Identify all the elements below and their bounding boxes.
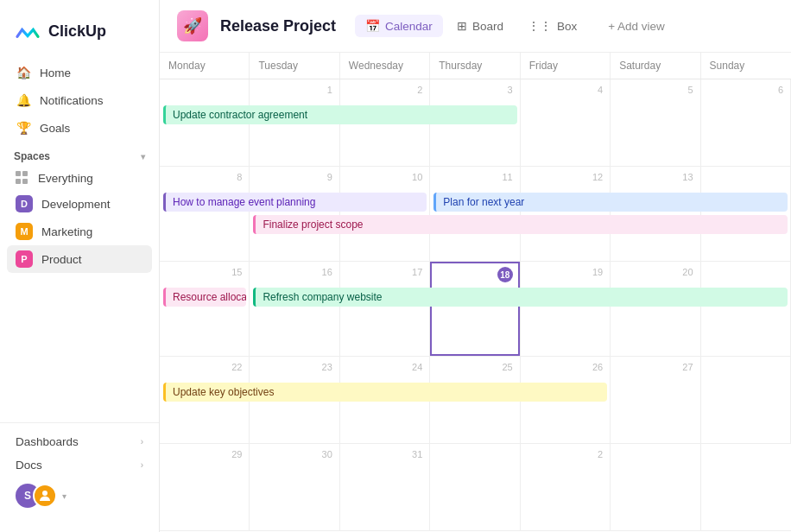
everything-icon bbox=[16, 171, 29, 185]
docs-label: Docs bbox=[16, 459, 42, 472]
event-resource-allocation[interactable]: Resource allocation bbox=[163, 288, 246, 307]
cell-w5-sat[interactable] bbox=[611, 444, 700, 530]
cell-w3-sat[interactable]: 20 bbox=[611, 262, 700, 356]
home-icon: 🏠 bbox=[16, 65, 31, 80]
add-view-label: + Add view bbox=[608, 20, 665, 33]
event-update-contractor-label: Update contractor agreement bbox=[173, 109, 307, 121]
user-avatar-row[interactable]: S ▾ bbox=[7, 477, 152, 515]
page-header: 🚀 Release Project 📅 Calendar ⊞ Board ⋮⋮ … bbox=[160, 0, 791, 53]
cell-w5-fri[interactable]: 2 bbox=[521, 444, 611, 530]
event-refresh-website[interactable]: Refresh company website bbox=[253, 288, 788, 307]
avatar-secondary bbox=[33, 484, 57, 508]
calendar-week-2: 8 9 10 11 12 13 How to manage event plan… bbox=[160, 167, 791, 262]
event-plan-next-year[interactable]: Plan for next year bbox=[433, 193, 788, 212]
day-header-sunday: Sunday bbox=[701, 53, 791, 79]
day-header-friday: Friday bbox=[521, 53, 611, 79]
calendar-icon: 📅 bbox=[365, 19, 380, 33]
sidebar-nav: 🏠 Home 🔔 Notifications 🏆 Goals bbox=[0, 59, 159, 142]
marketing-badge: M bbox=[16, 223, 33, 240]
calendar-week-4: 22 23 24 25 26 27 Update key objectives bbox=[160, 357, 791, 444]
docs-chevron-icon: › bbox=[141, 460, 143, 470]
spaces-list: Everything D Development M Marketing P P… bbox=[0, 166, 159, 273]
sidebar-item-marketing-label: Marketing bbox=[41, 225, 92, 238]
cell-w2-sun[interactable] bbox=[701, 167, 791, 261]
add-view-button[interactable]: + Add view bbox=[599, 16, 674, 37]
event-how-to-manage[interactable]: How to manage event planning bbox=[163, 193, 427, 212]
cell-w3-mon[interactable]: 15 bbox=[160, 262, 250, 356]
sidebar-item-marketing[interactable]: M Marketing bbox=[7, 218, 152, 245]
sidebar-item-goals[interactable]: 🏆 Goals bbox=[7, 114, 152, 142]
event-how-to-manage-label: How to manage event planning bbox=[173, 196, 315, 208]
calendar-week-1: 1 2 3 4 5 6 Update contractor agreement bbox=[160, 79, 791, 167]
cell-w2-sat[interactable]: 13 bbox=[611, 167, 700, 261]
cell-w3-fri[interactable]: 19 bbox=[521, 262, 611, 356]
cell-w3-tue[interactable]: 16 bbox=[250, 262, 339, 356]
day-header-thursday: Thursday bbox=[430, 53, 520, 79]
event-update-objectives-label: Update key objectives bbox=[173, 386, 274, 398]
cell-w1-sat[interactable]: 5 bbox=[611, 79, 700, 166]
project-icon: 🚀 bbox=[177, 10, 208, 41]
tab-calendar-label: Calendar bbox=[385, 20, 433, 33]
cell-w5-mon[interactable]: 29 bbox=[160, 444, 250, 530]
cell-w3-thu[interactable]: 18 bbox=[430, 262, 520, 356]
sidebar-item-docs[interactable]: Docs › bbox=[7, 453, 152, 477]
cell-w2-thu[interactable]: 11 bbox=[430, 167, 520, 261]
calendar-header: Monday Tuesday Wednesday Thursday Friday… bbox=[160, 53, 791, 79]
sidebar-bottom: Dashboards › Docs › S ▾ bbox=[0, 422, 159, 522]
day-header-wednesday: Wednesday bbox=[340, 53, 430, 79]
event-finalize-project[interactable]: Finalize project scope bbox=[253, 215, 788, 234]
cell-w2-fri[interactable]: 12 bbox=[521, 167, 611, 261]
cell-w2-mon[interactable]: 8 bbox=[160, 167, 250, 261]
cell-w4-sat[interactable]: 27 bbox=[611, 357, 700, 443]
sidebar-item-everything-label: Everything bbox=[38, 172, 93, 185]
sidebar-item-home[interactable]: 🏠 Home bbox=[7, 59, 152, 86]
spaces-chevron-icon[interactable]: ▾ bbox=[141, 152, 145, 162]
sidebar-item-everything[interactable]: Everything bbox=[7, 166, 152, 190]
clickup-logo-icon bbox=[14, 17, 41, 45]
day-header-saturday: Saturday bbox=[611, 53, 700, 79]
event-plan-next-year-label: Plan for next year bbox=[443, 196, 524, 208]
event-update-contractor[interactable]: Update contractor agreement bbox=[163, 105, 517, 124]
spaces-section-header: Spaces ▾ bbox=[0, 142, 159, 166]
cell-w2-tue[interactable]: 9 bbox=[250, 167, 339, 261]
cell-w2-wed[interactable]: 10 bbox=[340, 167, 430, 261]
cell-w1-sun[interactable]: 6 bbox=[701, 79, 791, 166]
tab-calendar[interactable]: 📅 Calendar bbox=[355, 15, 443, 37]
dashboards-label: Dashboards bbox=[16, 435, 79, 448]
cell-w3-wed[interactable]: 17 bbox=[340, 262, 430, 356]
development-badge: D bbox=[16, 195, 33, 212]
tab-board[interactable]: ⊞ Board bbox=[446, 15, 514, 37]
person-icon bbox=[37, 488, 53, 504]
event-update-objectives[interactable]: Update key objectives bbox=[163, 383, 607, 402]
sidebar-item-home-label: Home bbox=[40, 66, 71, 79]
cell-w5-thu[interactable] bbox=[430, 444, 520, 530]
cell-w5-wed[interactable]: 31 bbox=[340, 444, 430, 530]
cell-w4-sun[interactable] bbox=[701, 357, 791, 443]
cell-w3-sun[interactable] bbox=[701, 262, 791, 356]
board-icon: ⊞ bbox=[457, 19, 467, 33]
sidebar-item-dashboards[interactable]: Dashboards › bbox=[7, 430, 152, 453]
sidebar: ClickUp 🏠 Home 🔔 Notifications 🏆 Goals S… bbox=[0, 0, 160, 532]
day-header-monday: Monday bbox=[160, 53, 250, 79]
cell-w5-tue[interactable]: 30 bbox=[250, 444, 339, 530]
sidebar-item-product[interactable]: P Product bbox=[7, 245, 152, 273]
calendar-view: Monday Tuesday Wednesday Thursday Friday… bbox=[160, 53, 791, 532]
sidebar-item-notifications[interactable]: 🔔 Notifications bbox=[7, 86, 152, 114]
svg-point-0 bbox=[42, 491, 47, 496]
sidebar-item-product-label: Product bbox=[41, 253, 82, 266]
cell-w1-fri[interactable]: 4 bbox=[521, 79, 611, 166]
calendar-grid: 1 2 3 4 5 6 Update contractor agreement … bbox=[160, 79, 791, 531]
logo-area: ClickUp bbox=[0, 10, 159, 59]
bell-icon: 🔔 bbox=[16, 92, 31, 108]
goals-icon: 🏆 bbox=[16, 120, 31, 136]
project-title: Release Project bbox=[220, 17, 336, 35]
main-content: 🚀 Release Project 📅 Calendar ⊞ Board ⋮⋮ … bbox=[160, 0, 791, 532]
avatar-stack: S bbox=[16, 484, 57, 508]
tab-box[interactable]: ⋮⋮ Box bbox=[517, 15, 587, 37]
tab-box-label: Box bbox=[557, 20, 577, 33]
day-header-tuesday: Tuesday bbox=[250, 53, 339, 79]
sidebar-item-development[interactable]: D Development bbox=[7, 190, 152, 218]
logo-text: ClickUp bbox=[48, 22, 106, 41]
cell-w5-sun[interactable] bbox=[701, 444, 791, 530]
product-badge: P bbox=[16, 250, 33, 268]
